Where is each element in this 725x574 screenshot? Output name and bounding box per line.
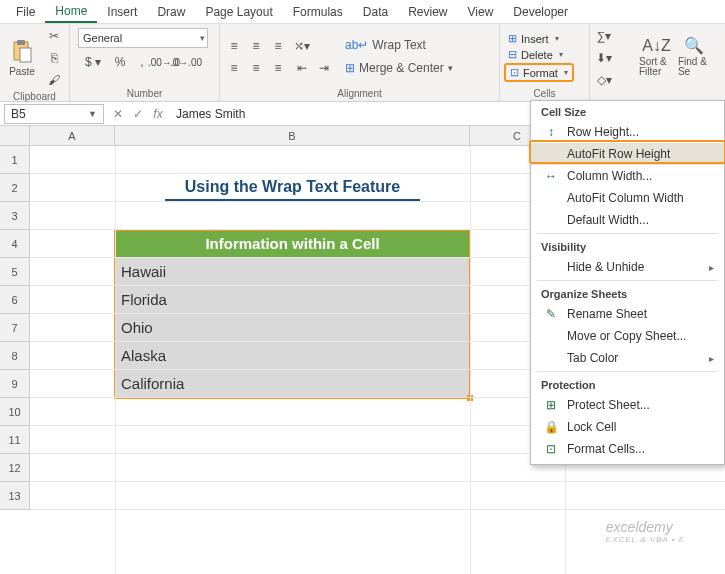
find-select-button[interactable]: 🔍 Find & Se [678, 35, 711, 79]
menu-view[interactable]: View [458, 2, 504, 22]
row-header-12[interactable]: 12 [0, 454, 29, 482]
row-header-9[interactable]: 9 [0, 370, 29, 398]
name-box[interactable]: B5▼ [4, 104, 104, 124]
group-label-alignment: Alignment [224, 87, 495, 101]
enter-formula-button[interactable]: ✓ [128, 104, 148, 124]
row-headers: 12345678910111213 [0, 146, 30, 510]
group-number: General $ ▾ % , .00→.0 .0→.00 Number [70, 24, 220, 101]
menu-page-layout[interactable]: Page Layout [195, 2, 282, 22]
group-label-clipboard: Clipboard [4, 90, 65, 103]
merge-center-button[interactable]: ⊞ Merge & Center ▾ [338, 58, 478, 78]
rename-icon: ✎ [543, 307, 559, 321]
percent-button[interactable]: % [110, 52, 130, 72]
row-header-5[interactable]: 5 [0, 258, 29, 286]
menu-formulas[interactable]: Formulas [283, 2, 353, 22]
row-header-6[interactable]: 6 [0, 286, 29, 314]
align-top-button[interactable]: ≡ [224, 36, 244, 56]
delete-icon: ⊟ [508, 48, 517, 61]
cut-button[interactable]: ✂ [44, 26, 64, 46]
align-left-button[interactable]: ≡ [224, 58, 244, 78]
format-cells-icon: ⊡ [543, 442, 559, 456]
insert-icon: ⊞ [508, 32, 517, 45]
format-painter-button[interactable]: 🖌 [44, 70, 64, 90]
menu-draw[interactable]: Draw [147, 2, 195, 22]
group-label-cells: Cells [504, 87, 585, 101]
select-all-corner[interactable] [0, 126, 30, 146]
row-header-2[interactable]: 2 [0, 174, 29, 202]
dd-lock-cell[interactable]: 🔒Lock Cell [531, 416, 724, 438]
sort-icon: A↓Z [642, 37, 670, 55]
align-right-button[interactable]: ≡ [268, 58, 288, 78]
row-height-icon: ↕ [543, 125, 559, 139]
paste-button[interactable]: Paste [4, 36, 40, 80]
row-header-3[interactable]: 3 [0, 202, 29, 230]
decrease-indent-button[interactable]: ⇤ [292, 58, 312, 78]
dd-section-organize: Organize Sheets [531, 283, 724, 303]
menu-developer[interactable]: Developer [503, 2, 578, 22]
format-icon: ⊡ [510, 66, 519, 79]
format-cells-button[interactable]: ⊡Format▾ [504, 63, 574, 82]
col-width-icon: ↔ [543, 169, 559, 183]
menu-data[interactable]: Data [353, 2, 398, 22]
number-format-select[interactable]: General [78, 28, 208, 48]
fx-button[interactable]: fx [148, 104, 168, 124]
insert-cells-button[interactable]: ⊞Insert▾ [504, 31, 574, 46]
dd-section-protection: Protection [531, 374, 724, 394]
menu-home[interactable]: Home [45, 1, 97, 23]
dd-protect-sheet[interactable]: ⊞Protect Sheet... [531, 394, 724, 416]
group-editing-2: A↓Z Sort & Filter 🔍 Find & Se [635, 24, 715, 101]
align-middle-button[interactable]: ≡ [246, 36, 266, 56]
row-header-13[interactable]: 13 [0, 482, 29, 510]
currency-button[interactable]: $ ▾ [78, 52, 108, 72]
lock-icon: 🔒 [543, 420, 559, 434]
group-label-number: Number [74, 87, 215, 101]
merge-icon: ⊞ [345, 61, 355, 75]
svg-rect-1 [17, 40, 25, 45]
dd-section-visibility: Visibility [531, 236, 724, 256]
format-dropdown-menu: Cell Size ↕Row Height... AutoFit Row Hei… [530, 100, 725, 465]
group-clipboard: Paste ✂ ⎘ 🖌 Clipboard [0, 24, 70, 101]
group-editing-1: ∑▾ ⬇▾ ◇▾ [590, 24, 635, 101]
paste-icon [11, 40, 33, 64]
menu-insert[interactable]: Insert [97, 2, 147, 22]
row-header-4[interactable]: 4 [0, 230, 29, 258]
col-header-A[interactable]: A [30, 126, 115, 145]
align-bottom-button[interactable]: ≡ [268, 36, 288, 56]
find-icon: 🔍 [684, 36, 704, 55]
protect-icon: ⊞ [543, 398, 559, 412]
clear-button[interactable]: ◇▾ [594, 70, 614, 90]
menu-file[interactable]: File [6, 2, 45, 22]
row-header-8[interactable]: 8 [0, 342, 29, 370]
dd-row-height[interactable]: ↕Row Height... [531, 121, 724, 143]
copy-button[interactable]: ⎘ [44, 48, 64, 68]
dd-autofit-column-width[interactable]: AutoFit Column Width [531, 187, 724, 209]
dd-rename-sheet[interactable]: ✎Rename Sheet [531, 303, 724, 325]
svg-rect-2 [20, 48, 31, 62]
wrap-text-icon: ab↵ [345, 38, 368, 52]
autosum-button[interactable]: ∑▾ [594, 26, 614, 46]
cancel-formula-button[interactable]: ✕ [108, 104, 128, 124]
dd-autofit-row-height[interactable]: AutoFit Row Height [531, 143, 724, 165]
increase-indent-button[interactable]: ⇥ [314, 58, 334, 78]
group-alignment: ≡ ≡ ≡ ≡ ≡ ≡ ⤭▾ ⇤ ⇥ [220, 24, 500, 101]
dd-tab-color[interactable]: Tab Color▸ [531, 347, 724, 369]
dd-column-width[interactable]: ↔Column Width... [531, 165, 724, 187]
dd-format-cells[interactable]: ⊡Format Cells... [531, 438, 724, 460]
menu-review[interactable]: Review [398, 2, 457, 22]
col-header-B[interactable]: B [115, 126, 470, 145]
dd-hide-unhide[interactable]: Hide & Unhide▸ [531, 256, 724, 278]
delete-cells-button[interactable]: ⊟Delete▾ [504, 47, 574, 62]
row-header-1[interactable]: 1 [0, 146, 29, 174]
dd-move-copy-sheet[interactable]: Move or Copy Sheet... [531, 325, 724, 347]
align-center-button[interactable]: ≡ [246, 58, 266, 78]
row-header-7[interactable]: 7 [0, 314, 29, 342]
fill-button[interactable]: ⬇▾ [594, 48, 614, 68]
row-header-11[interactable]: 11 [0, 426, 29, 454]
decrease-decimal-button[interactable]: .0→.00 [176, 52, 196, 72]
sort-filter-button[interactable]: A↓Z Sort & Filter [639, 35, 674, 79]
wrap-text-button[interactable]: ab↵ Wrap Text [338, 35, 448, 55]
watermark: exceldemy EXCEL & VBA • E [606, 519, 685, 544]
orientation-button[interactable]: ⤭▾ [292, 36, 312, 56]
dd-default-width[interactable]: Default Width... [531, 209, 724, 231]
row-header-10[interactable]: 10 [0, 398, 29, 426]
